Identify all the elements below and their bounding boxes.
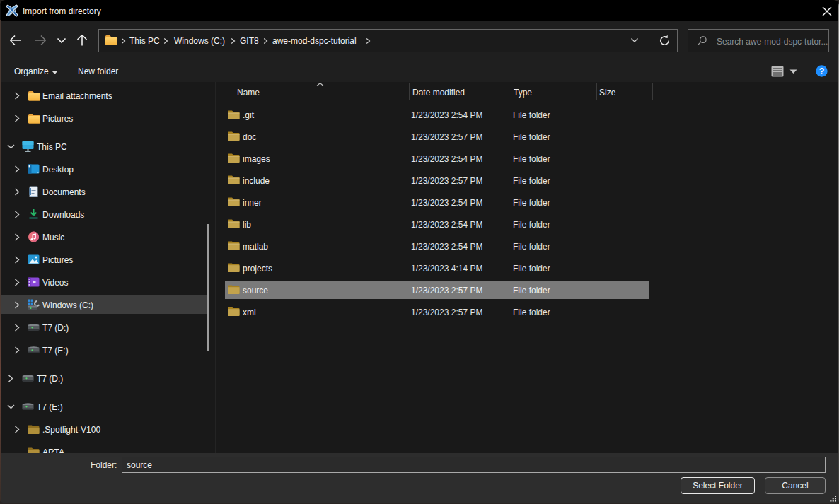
svg-text:?: ? — [819, 66, 825, 76]
